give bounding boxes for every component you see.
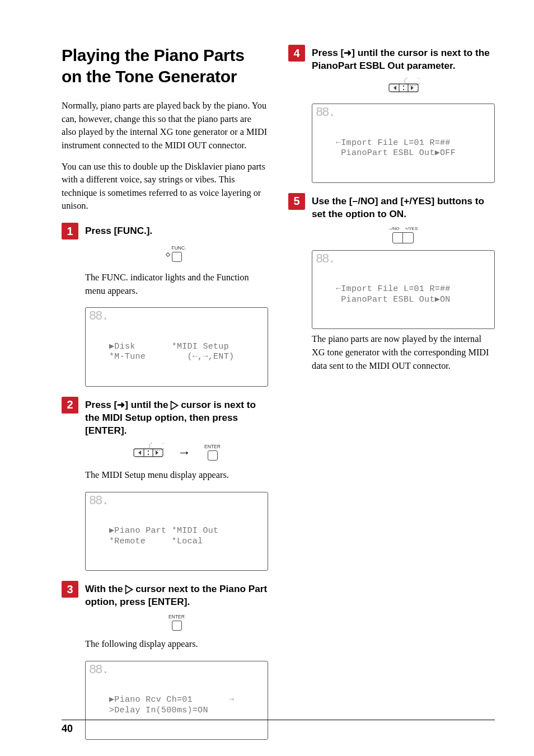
step-5: 5 Use the [–/NO] and [+/YES] buttons to … — [288, 193, 495, 373]
func-button-box — [172, 252, 182, 262]
lcd-display-3: 88. ▶Piano Rcv Ch=01 → >Delay In(500ms)=… — [85, 661, 268, 740]
lcd-display-4: 88. ←Import File L=01 R=## PianoPart ESB… — [312, 104, 495, 182]
lcd5-line1: ←Import File L=01 R=## — [336, 284, 451, 294]
enter-button-label: ENTER — [204, 444, 221, 449]
step-number-2: 2 — [62, 397, 78, 414]
lcd1-line1: ▶Disk *MIDI Setup — [109, 342, 229, 351]
lcd1-line2: *M-Tune (←,→,ENT) — [109, 352, 234, 361]
step-number-3: 3 — [62, 581, 78, 598]
step-3-instruction: With the ▷ cursor next to the Piano Part… — [85, 581, 268, 608]
page-footer-rule — [62, 720, 495, 720]
lcd-display-5: 88. ←Import File L=01 R=## PianoPart ESB… — [312, 250, 495, 329]
enter-button-box — [208, 450, 218, 461]
func-button-illustration: FUNC. — [167, 245, 186, 264]
svg-rect-0 — [134, 449, 163, 457]
lcd-display-2: 88. ▶Piano Part *MIDI Out *Remote *Local — [85, 492, 268, 571]
step-number-4: 4 — [288, 45, 305, 62]
step-3-result: The following display appears. — [85, 637, 268, 651]
step-2-instruction: Press [➜] until the ▷ cursor is next to … — [85, 397, 268, 438]
step-1: 1 Press [FUNC.]. FUNC. The FUNC. indicat… — [62, 223, 268, 387]
step-5-result: The piano parts are now played by the in… — [312, 332, 495, 372]
step-3: 3 With the ▷ cursor next to the Piano Pa… — [62, 581, 268, 740]
lcd3-line2: >Delay In(500ms)=ON — [109, 706, 208, 715]
step-2-result: The MIDI Setup menu display appears. — [85, 468, 268, 482]
step-number-1: 1 — [62, 223, 78, 240]
svg-point-6 — [148, 450, 149, 452]
plus-yes-label: +/YES — [405, 226, 418, 231]
lcd3-line1: ▶Piano Rcv Ch=01 → — [109, 695, 234, 705]
step-number-5: 5 — [288, 193, 305, 210]
lcd5-line2: PianoPart ESBL Out▶ON — [336, 295, 451, 304]
page-number: 40 — [62, 723, 73, 735]
lcd2-line2: *Remote *Local — [109, 537, 203, 546]
intro-paragraph-1: Normally, piano parts are played back by… — [62, 99, 268, 152]
svg-point-15 — [402, 89, 404, 90]
enter-button-box-2 — [172, 621, 182, 631]
enter-button-label-2: ENTER — [168, 614, 185, 619]
func-button-label: FUNC. — [172, 245, 186, 251]
lcd4-line2: PianoPart ESBL Out▶OFF — [336, 148, 456, 158]
minus-no-label: –/NO — [389, 226, 400, 231]
no-yes-buttons-illustration: –/NO +/YES — [389, 226, 418, 243]
step-4: 4 Press [➜] until the cursor is next to … — [288, 45, 495, 183]
func-led-icon — [165, 252, 170, 257]
lcd2-line1: ▶Piano Part *MIDI Out — [109, 526, 218, 536]
lcd-display-1: 88. ▶Disk *MIDI Setup *M-Tune (←,→,ENT) — [85, 307, 268, 386]
step-4-instruction: Press [➜] until the cursor is next to th… — [312, 45, 495, 72]
section-title: Playing the Piano Parts on the Tone Gene… — [62, 45, 268, 87]
step-5-instruction: Use the [–/NO] and [+/YES] buttons to se… — [312, 193, 495, 220]
svg-point-7 — [148, 454, 149, 455]
svg-rect-8 — [389, 84, 418, 92]
enter-button-illustration-2: ENTER — [168, 614, 185, 631]
step-1-instruction: Press [FUNC.]. — [85, 223, 152, 237]
step-2: 2 Press [➜] until the ▷ cursor is next t… — [62, 397, 268, 571]
arrow-icon: → — [177, 445, 191, 460]
no-yes-button-boxes — [392, 232, 414, 243]
step-1-result: The FUNC. indicator lights and the Funct… — [85, 271, 268, 297]
enter-button-illustration: ENTER — [204, 444, 221, 461]
cursor-pad-illustration — [133, 443, 164, 462]
lcd4-line1: ←Import File L=01 R=## — [336, 138, 451, 148]
intro-paragraph-2: You can use this to double up the Diskla… — [62, 160, 268, 213]
svg-point-14 — [402, 86, 404, 87]
cursor-pad-illustration-2 — [388, 78, 419, 97]
